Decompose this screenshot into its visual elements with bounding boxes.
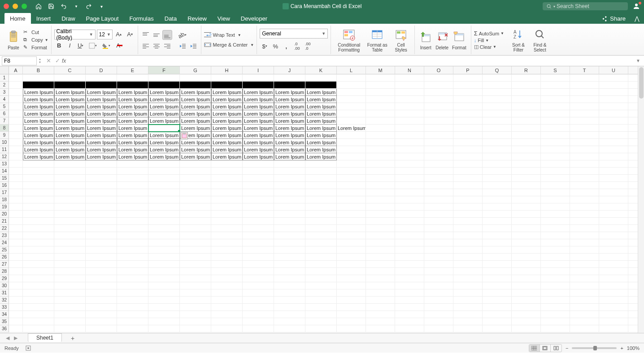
cell[interactable] [424,297,453,304]
cell[interactable] [599,196,628,203]
cell[interactable] [570,246,599,254]
cell[interactable] [424,74,453,82]
row-header[interactable]: 36 [0,325,9,332]
cell[interactable] [512,304,541,311]
account-icon[interactable] [632,2,640,10]
format-cells-button[interactable]: Format [450,29,468,51]
cell[interactable] [424,103,453,110]
row-header[interactable]: 9 [0,132,9,139]
cell[interactable] [305,203,337,211]
cell[interactable] [117,261,148,268]
sheet-tab[interactable]: Sheet1 [28,333,62,342]
cell[interactable] [305,275,337,282]
cell[interactable] [243,254,274,261]
cell[interactable] [570,225,599,232]
cell[interactable] [9,211,23,218]
fill-button[interactable]: ↓Fill▼ [474,38,504,43]
cell[interactable] [541,268,570,275]
cell[interactable] [180,325,211,332]
cell[interactable] [337,182,366,189]
cell[interactable] [305,311,337,318]
cell[interactable]: Lorem Ipsum [54,146,86,153]
cell[interactable] [337,239,366,246]
cell[interactable] [512,89,541,96]
cell[interactable] [541,117,570,125]
cell[interactable] [395,318,424,325]
cell[interactable] [86,275,117,282]
cell[interactable]: Lorem Ipsum [305,139,337,146]
cell[interactable] [211,304,243,311]
cell[interactable] [453,160,483,168]
cell[interactable] [148,189,180,196]
cell[interactable]: Lorem Ipsum [117,146,148,153]
cell[interactable]: Lorem Ipsum [180,110,211,117]
cell[interactable] [243,246,274,254]
cell[interactable] [305,189,337,196]
cell[interactable]: Lorem Ipsum [305,110,337,117]
select-all-corner[interactable] [0,66,9,74]
cell[interactable]: Lorem Ipsum [243,89,274,96]
share-button[interactable]: Share [597,13,630,24]
cell[interactable] [9,282,23,289]
paste-options-icon[interactable] [181,132,188,139]
cell[interactable] [395,304,424,311]
cell[interactable] [512,182,541,189]
undo-dropdown-icon[interactable]: ▼ [73,3,80,10]
cell[interactable] [23,225,54,232]
row-header[interactable]: 25 [0,246,9,254]
search-sheet-input[interactable]: ▾ Search Sheet [543,2,628,10]
align-right-button[interactable] [162,41,172,51]
cell[interactable] [23,261,54,268]
font-name-select[interactable]: Calibri (Body)▼ [54,30,96,39]
cell[interactable] [9,218,23,225]
cell[interactable] [599,82,628,89]
cell[interactable]: Lorem Ipsum [274,96,305,103]
cell-styles-button[interactable]: Cell Styles [390,26,412,53]
cell[interactable] [599,89,628,96]
cell[interactable] [9,175,23,182]
cell[interactable] [483,82,512,89]
cell[interactable] [211,297,243,304]
row-header[interactable]: 11 [0,146,9,153]
cell[interactable] [599,74,628,82]
cell[interactable] [305,246,337,254]
cell[interactable] [424,254,453,261]
cell[interactable] [9,139,23,146]
cell[interactable] [337,268,366,275]
cell[interactable] [117,196,148,203]
add-sheet-button[interactable]: + [68,335,77,342]
cell[interactable] [148,275,180,282]
cell[interactable] [86,160,117,168]
cell[interactable] [337,175,366,182]
cell[interactable] [424,282,453,289]
cell[interactable] [395,196,424,203]
cell[interactable] [541,325,570,332]
cell[interactable] [453,117,483,125]
cell[interactable] [117,282,148,289]
cell[interactable] [424,304,453,311]
cell[interactable] [599,297,628,304]
row-header[interactable]: 21 [0,218,9,225]
cell[interactable] [512,160,541,168]
tab-formulas[interactable]: Formulas [124,13,159,24]
cell[interactable] [395,132,424,139]
row-header[interactable]: 31 [0,289,9,297]
cell[interactable] [395,110,424,117]
wrap-text-button[interactable]: Wrap Text▼ [204,32,254,38]
cell[interactable] [395,218,424,225]
cell[interactable] [23,196,54,203]
cell[interactable] [9,103,23,110]
cell[interactable] [424,153,453,160]
cell[interactable]: Lorem Ipsum [211,103,243,110]
cell[interactable] [211,232,243,239]
column-header[interactable]: M [366,66,395,74]
merge-center-button[interactable]: Merge & Center▼ [204,42,254,48]
cell[interactable] [366,89,395,96]
cell[interactable] [274,246,305,254]
cell[interactable] [512,282,541,289]
cell[interactable] [453,304,483,311]
row-header[interactable]: 26 [0,254,9,261]
cell[interactable] [424,125,453,132]
cell[interactable] [148,168,180,175]
cell[interactable] [599,239,628,246]
